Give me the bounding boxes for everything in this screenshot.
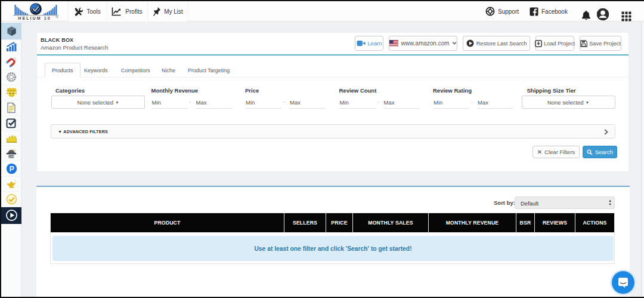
svg-text:HELIUM 10: HELIUM 10 [18, 16, 51, 20]
svg-text:CPR: CPR [9, 155, 14, 158]
svg-text:P: P [9, 165, 14, 173]
svg-text:TM: TM [55, 16, 58, 19]
